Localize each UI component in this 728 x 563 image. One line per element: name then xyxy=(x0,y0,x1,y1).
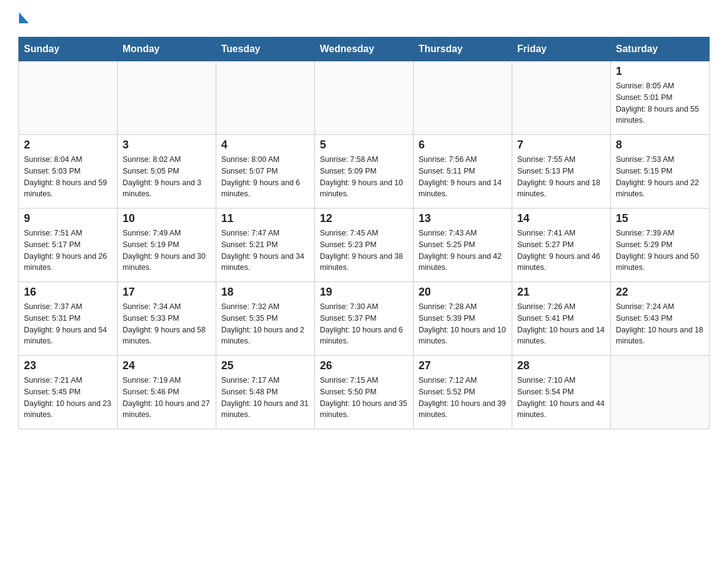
day-info: Sunrise: 7:49 AMSunset: 5:19 PMDaylight:… xyxy=(123,228,211,274)
day-info: Sunrise: 7:21 AMSunset: 5:45 PMDaylight:… xyxy=(24,375,112,421)
calendar-cell: 8Sunrise: 7:53 AMSunset: 5:15 PMDaylight… xyxy=(611,135,710,209)
calendar-cell: 14Sunrise: 7:41 AMSunset: 5:27 PMDayligh… xyxy=(512,209,611,282)
day-info: Sunrise: 7:26 AMSunset: 5:41 PMDaylight:… xyxy=(517,301,605,347)
calendar-cell: 7Sunrise: 7:55 AMSunset: 5:13 PMDaylight… xyxy=(512,135,611,209)
day-number: 8 xyxy=(616,139,704,151)
day-info: Sunrise: 7:56 AMSunset: 5:11 PMDaylight:… xyxy=(419,154,507,200)
day-info: Sunrise: 7:47 AMSunset: 5:21 PMDaylight:… xyxy=(221,228,309,274)
weekday-header-friday: Friday xyxy=(512,37,611,61)
calendar-cell xyxy=(216,61,315,135)
day-info: Sunrise: 7:30 AMSunset: 5:37 PMDaylight:… xyxy=(320,301,408,347)
day-number: 11 xyxy=(221,212,309,225)
weekday-header-monday: Monday xyxy=(118,37,216,61)
day-number: 16 xyxy=(24,286,112,299)
day-info: Sunrise: 7:28 AMSunset: 5:39 PMDaylight:… xyxy=(419,301,507,347)
day-number: 10 xyxy=(123,212,211,225)
calendar-cell: 5Sunrise: 7:58 AMSunset: 5:09 PMDaylight… xyxy=(315,135,414,209)
calendar-cell: 20Sunrise: 7:28 AMSunset: 5:39 PMDayligh… xyxy=(414,282,512,356)
day-number: 2 xyxy=(24,139,112,151)
calendar-cell xyxy=(512,61,611,135)
day-info: Sunrise: 8:02 AMSunset: 5:05 PMDaylight:… xyxy=(123,154,211,200)
day-info: Sunrise: 8:00 AMSunset: 5:07 PMDaylight:… xyxy=(221,154,309,200)
day-number: 1 xyxy=(616,65,704,78)
day-number: 4 xyxy=(221,139,309,151)
week-row-0: 1Sunrise: 8:05 AMSunset: 5:01 PMDaylight… xyxy=(19,61,710,135)
calendar-cell: 25Sunrise: 7:17 AMSunset: 5:48 PMDayligh… xyxy=(216,356,315,429)
calendar-cell xyxy=(315,61,414,135)
day-number: 17 xyxy=(123,286,211,299)
day-info: Sunrise: 7:12 AMSunset: 5:52 PMDaylight:… xyxy=(419,375,507,421)
calendar-cell: 10Sunrise: 7:49 AMSunset: 5:19 PMDayligh… xyxy=(118,209,216,282)
weekday-header-thursday: Thursday xyxy=(414,37,512,61)
weekday-header-row: SundayMondayTuesdayWednesdayThursdayFrid… xyxy=(19,37,710,61)
calendar-cell: 28Sunrise: 7:10 AMSunset: 5:54 PMDayligh… xyxy=(512,356,611,429)
day-number: 25 xyxy=(221,359,309,372)
calendar-cell xyxy=(414,61,512,135)
calendar-cell: 27Sunrise: 7:12 AMSunset: 5:52 PMDayligh… xyxy=(414,356,512,429)
day-number: 28 xyxy=(517,359,605,372)
day-number: 12 xyxy=(320,212,408,225)
calendar-cell: 22Sunrise: 7:24 AMSunset: 5:43 PMDayligh… xyxy=(611,282,710,356)
weekday-header-tuesday: Tuesday xyxy=(216,37,315,61)
calendar-cell: 2Sunrise: 8:04 AMSunset: 5:03 PMDaylight… xyxy=(19,135,118,209)
calendar-cell: 13Sunrise: 7:43 AMSunset: 5:25 PMDayligh… xyxy=(414,209,512,282)
week-row-1: 2Sunrise: 8:04 AMSunset: 5:03 PMDaylight… xyxy=(19,135,710,209)
calendar-cell: 3Sunrise: 8:02 AMSunset: 5:05 PMDaylight… xyxy=(118,135,216,209)
day-info: Sunrise: 8:05 AMSunset: 5:01 PMDaylight:… xyxy=(616,80,704,126)
day-info: Sunrise: 7:39 AMSunset: 5:29 PMDaylight:… xyxy=(616,228,704,274)
week-row-3: 16Sunrise: 7:37 AMSunset: 5:31 PMDayligh… xyxy=(19,282,710,356)
calendar-cell: 11Sunrise: 7:47 AMSunset: 5:21 PMDayligh… xyxy=(216,209,315,282)
day-info: Sunrise: 7:45 AMSunset: 5:23 PMDaylight:… xyxy=(320,228,408,274)
day-info: Sunrise: 7:19 AMSunset: 5:46 PMDaylight:… xyxy=(123,375,211,421)
day-info: Sunrise: 8:04 AMSunset: 5:03 PMDaylight:… xyxy=(24,154,112,200)
day-info: Sunrise: 7:24 AMSunset: 5:43 PMDaylight:… xyxy=(616,301,704,347)
calendar-cell: 17Sunrise: 7:34 AMSunset: 5:33 PMDayligh… xyxy=(118,282,216,356)
calendar-cell: 9Sunrise: 7:51 AMSunset: 5:17 PMDaylight… xyxy=(19,209,118,282)
logo-arrow-icon xyxy=(19,12,29,23)
week-row-4: 23Sunrise: 7:21 AMSunset: 5:45 PMDayligh… xyxy=(19,356,710,429)
calendar-cell: 12Sunrise: 7:45 AMSunset: 5:23 PMDayligh… xyxy=(315,209,414,282)
day-info: Sunrise: 7:55 AMSunset: 5:13 PMDaylight:… xyxy=(517,154,605,200)
calendar-cell: 18Sunrise: 7:32 AMSunset: 5:35 PMDayligh… xyxy=(216,282,315,356)
day-info: Sunrise: 7:37 AMSunset: 5:31 PMDaylight:… xyxy=(24,301,112,347)
day-number: 9 xyxy=(24,212,112,225)
calendar-cell: 26Sunrise: 7:15 AMSunset: 5:50 PMDayligh… xyxy=(315,356,414,429)
calendar-cell: 16Sunrise: 7:37 AMSunset: 5:31 PMDayligh… xyxy=(19,282,118,356)
page-header xyxy=(18,12,710,26)
day-number: 23 xyxy=(24,359,112,372)
day-number: 22 xyxy=(616,286,704,299)
calendar-cell: 23Sunrise: 7:21 AMSunset: 5:45 PMDayligh… xyxy=(19,356,118,429)
day-info: Sunrise: 7:34 AMSunset: 5:33 PMDaylight:… xyxy=(123,301,211,347)
calendar-table: SundayMondayTuesdayWednesdayThursdayFrid… xyxy=(18,37,710,429)
day-info: Sunrise: 7:51 AMSunset: 5:17 PMDaylight:… xyxy=(24,228,112,274)
calendar-cell: 21Sunrise: 7:26 AMSunset: 5:41 PMDayligh… xyxy=(512,282,611,356)
week-row-2: 9Sunrise: 7:51 AMSunset: 5:17 PMDaylight… xyxy=(19,209,710,282)
weekday-header-saturday: Saturday xyxy=(611,37,710,61)
calendar-cell xyxy=(19,61,118,135)
day-number: 18 xyxy=(221,286,309,299)
day-info: Sunrise: 7:10 AMSunset: 5:54 PMDaylight:… xyxy=(517,375,605,421)
day-number: 19 xyxy=(320,286,408,299)
day-number: 3 xyxy=(123,139,211,151)
calendar-cell: 4Sunrise: 8:00 AMSunset: 5:07 PMDaylight… xyxy=(216,135,315,209)
day-info: Sunrise: 7:58 AMSunset: 5:09 PMDaylight:… xyxy=(320,154,408,200)
weekday-header-sunday: Sunday xyxy=(19,37,118,61)
day-number: 14 xyxy=(517,212,605,225)
day-number: 20 xyxy=(419,286,507,299)
calendar-cell: 24Sunrise: 7:19 AMSunset: 5:46 PMDayligh… xyxy=(118,356,216,429)
day-info: Sunrise: 7:43 AMSunset: 5:25 PMDaylight:… xyxy=(419,228,507,274)
day-number: 15 xyxy=(616,212,704,225)
day-info: Sunrise: 7:32 AMSunset: 5:35 PMDaylight:… xyxy=(221,301,309,347)
day-info: Sunrise: 7:17 AMSunset: 5:48 PMDaylight:… xyxy=(221,375,309,421)
day-number: 27 xyxy=(419,359,507,372)
calendar-cell: 6Sunrise: 7:56 AMSunset: 5:11 PMDaylight… xyxy=(414,135,512,209)
calendar-cell xyxy=(118,61,216,135)
day-info: Sunrise: 7:53 AMSunset: 5:15 PMDaylight:… xyxy=(616,154,704,200)
weekday-header-wednesday: Wednesday xyxy=(315,37,414,61)
day-number: 6 xyxy=(419,139,507,151)
day-info: Sunrise: 7:15 AMSunset: 5:50 PMDaylight:… xyxy=(320,375,408,421)
day-number: 7 xyxy=(517,139,605,151)
day-number: 26 xyxy=(320,359,408,372)
day-info: Sunrise: 7:41 AMSunset: 5:27 PMDaylight:… xyxy=(517,228,605,274)
day-number: 24 xyxy=(123,359,211,372)
